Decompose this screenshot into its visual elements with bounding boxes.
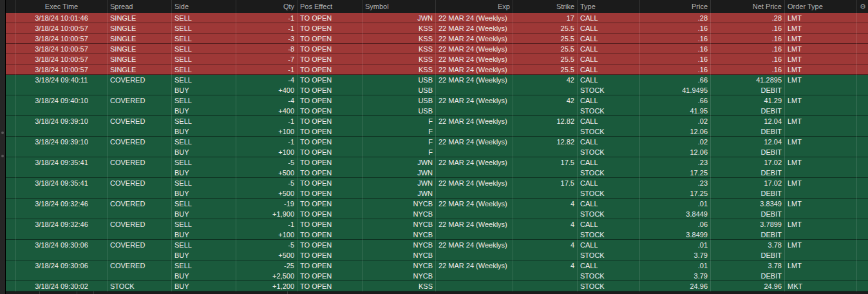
cell-strike: 4 bbox=[513, 219, 578, 230]
cell-strike: 17 bbox=[513, 13, 578, 23]
order-row[interactable]: 3/18/24 09:35:41COVEREDSELL-5TO OPENJWN2… bbox=[6, 157, 868, 168]
header-cell-strike[interactable]: Strike bbox=[513, 0, 578, 13]
bottom-scroll-strip[interactable] bbox=[6, 291, 868, 294]
cell-price: .02 bbox=[640, 116, 711, 126]
order-row[interactable]: 3/18/24 09:30:06COVEREDSELL-25TO OPENNYC… bbox=[6, 260, 868, 271]
order-row[interactable]: BUY+400TO OPENUSBSTOCK41.9495DEBIT bbox=[6, 85, 868, 95]
cell-type: STOCK bbox=[578, 209, 640, 219]
cell-exp: 22 MAR 24 (Weeklys) bbox=[436, 95, 513, 106]
cell-type: STOCK bbox=[578, 281, 640, 291]
cell-exp: 22 MAR 24 (Weeklys) bbox=[436, 116, 513, 126]
cell-type: CALL bbox=[578, 23, 640, 34]
cell-pos_effect: TO OPEN bbox=[297, 116, 363, 126]
cell-strike bbox=[513, 271, 578, 281]
order-row[interactable]: BUY+2,500TO OPENNYCBSTOCK3.79DEBIT bbox=[6, 271, 868, 281]
order-row[interactable]: 3/18/24 09:39:10COVEREDSELL-1TO OPENF22 … bbox=[6, 116, 868, 126]
cell-order_type: LMT bbox=[785, 260, 857, 271]
scroll-tick bbox=[287, 291, 288, 294]
order-row[interactable]: BUY+500TO OPENJWNSTOCK17.25DEBIT bbox=[6, 188, 868, 199]
order-row[interactable]: 3/18/24 09:32:46COVEREDSELL-1TO OPENNYCB… bbox=[6, 219, 868, 230]
header-cell-exp[interactable]: Exp bbox=[436, 0, 513, 13]
order-group: 3/18/24 10:00:57SINGLESELL-1TO OPENKSS22… bbox=[6, 23, 868, 34]
cell-spread: SINGLE bbox=[108, 44, 172, 54]
header-cell-net_price[interactable]: Net Price bbox=[711, 0, 785, 13]
cell-qty: +100 bbox=[236, 147, 297, 157]
header-cell-exec_time[interactable]: Exec Time bbox=[16, 0, 108, 13]
cell-rowmark bbox=[6, 147, 16, 157]
cell-symbol: KSS bbox=[363, 64, 436, 75]
order-row[interactable]: 3/18/24 09:39:10COVEREDSELL-1TO OPENF22 … bbox=[6, 137, 868, 147]
cell-exp bbox=[436, 188, 513, 199]
order-row[interactable]: 3/18/24 10:00:57SINGLESELL-1TO OPENKSS22… bbox=[6, 64, 868, 75]
cell-pos_effect: TO OPEN bbox=[297, 219, 363, 230]
cell-qty: +400 bbox=[236, 85, 297, 95]
header-cell-price[interactable]: Price bbox=[640, 0, 711, 13]
cell-gear bbox=[857, 250, 868, 260]
order-row[interactable]: BUY+1,900TO OPENNYCBSTOCK3.8449DEBIT bbox=[6, 209, 868, 219]
cell-gear bbox=[857, 64, 868, 75]
cell-exp bbox=[436, 209, 513, 219]
cell-net_price: 24.96 bbox=[711, 281, 785, 291]
order-row[interactable]: BUY+100TO OPENFSTOCK12.06DEBIT bbox=[6, 126, 868, 137]
header-cell-symbol[interactable]: Symbol bbox=[363, 0, 436, 13]
order-row[interactable]: 3/18/24 10:00:57SINGLESELL-1TO OPENKSS22… bbox=[6, 23, 868, 34]
order-row[interactable]: 3/18/24 10:00:57SINGLESELL-8TO OPENKSS22… bbox=[6, 44, 868, 54]
cell-exec_time bbox=[16, 85, 108, 95]
order-row[interactable]: 3/18/24 09:35:41COVEREDSELL-5TO OPENJWN2… bbox=[6, 178, 868, 188]
cell-rowmark bbox=[6, 64, 16, 75]
header-cell-side[interactable]: Side bbox=[172, 0, 236, 13]
cell-type: CALL bbox=[578, 219, 640, 230]
cell-qty: +500 bbox=[236, 250, 297, 260]
header-cell-order_type[interactable]: Order Type bbox=[785, 0, 857, 13]
cell-exec_time: 3/18/24 10:00:57 bbox=[16, 64, 108, 75]
cell-exp: 22 MAR 24 (Weeklys) bbox=[436, 137, 513, 147]
cell-exec_time: 3/18/24 09:39:10 bbox=[16, 137, 108, 147]
order-row[interactable]: 3/18/24 09:32:46COVEREDSELL-19TO OPENNYC… bbox=[6, 199, 868, 209]
order-row[interactable]: 3/18/24 10:00:57SINGLESELL-7TO OPENKSS22… bbox=[6, 54, 868, 64]
cell-symbol: USB bbox=[363, 75, 436, 85]
cell-net_price: DEBIT bbox=[711, 209, 785, 219]
cell-pos_effect: TO OPEN bbox=[297, 85, 363, 95]
cell-symbol: F bbox=[363, 147, 436, 157]
cell-pos_effect: TO OPEN bbox=[297, 64, 363, 75]
scroll-tick bbox=[39, 291, 40, 294]
order-row[interactable]: BUY+100TO OPENNYCBSTOCK3.8499DEBIT bbox=[6, 230, 868, 240]
header-cell-qty[interactable]: Qty bbox=[236, 0, 297, 13]
header-cell-pos_effect[interactable]: Pos Effect bbox=[297, 0, 363, 13]
cell-rowmark bbox=[6, 219, 16, 230]
order-row[interactable]: 3/18/24 09:40:11COVEREDSELL-4TO OPENUSB2… bbox=[6, 75, 868, 85]
cell-qty: -1 bbox=[236, 23, 297, 34]
header-cell-spread[interactable]: Spread bbox=[108, 0, 172, 13]
cell-qty: -1 bbox=[236, 116, 297, 126]
cell-exec_time: 3/18/24 10:00:57 bbox=[16, 44, 108, 54]
order-row[interactable]: 3/18/24 09:30:02STOCKBUY+1,200TO OPENKSS… bbox=[6, 281, 868, 291]
cell-strike bbox=[513, 147, 578, 157]
cell-net_price: DEBIT bbox=[711, 85, 785, 95]
cell-exec_time bbox=[16, 250, 108, 260]
cell-pos_effect: TO OPEN bbox=[297, 230, 363, 240]
order-row[interactable]: BUY+500TO OPENJWNSTOCK17.25DEBIT bbox=[6, 168, 868, 178]
cell-gear bbox=[857, 34, 868, 44]
cell-gear bbox=[857, 271, 868, 281]
order-row[interactable]: BUY+400TO OPENUSBSTOCK41.95DEBIT bbox=[6, 106, 868, 116]
cell-net_price: DEBIT bbox=[711, 126, 785, 137]
order-row[interactable]: 3/18/24 10:00:57SINGLESELL-3TO OPENKSS22… bbox=[6, 34, 868, 44]
cell-gear bbox=[857, 199, 868, 209]
order-row[interactable]: 3/18/24 09:30:06COVEREDSELL-5TO OPENNYCB… bbox=[6, 240, 868, 250]
order-row[interactable]: BUY+500TO OPENNYCBSTOCK3.79DEBIT bbox=[6, 250, 868, 260]
order-row[interactable]: 3/18/24 09:40:10COVEREDSELL-4TO OPENUSB2… bbox=[6, 95, 868, 106]
cell-rowmark bbox=[6, 168, 16, 178]
cell-spread: COVERED bbox=[108, 75, 172, 85]
header-cell-type[interactable]: Type bbox=[578, 0, 640, 13]
order-group: 3/18/24 10:00:57SINGLESELL-8TO OPENKSS22… bbox=[6, 44, 868, 54]
cell-exec_time bbox=[16, 230, 108, 240]
cell-order_type bbox=[785, 230, 857, 240]
order-row[interactable]: 3/18/24 10:01:46SINGLESELL-1TO OPENJWN22… bbox=[6, 13, 868, 23]
cell-exec_time bbox=[16, 106, 108, 116]
settings-gear-icon[interactable]: ⚙ bbox=[860, 0, 866, 13]
cell-gear bbox=[857, 126, 868, 137]
order-row[interactable]: BUY+100TO OPENFSTOCK12.06DEBIT bbox=[6, 147, 868, 157]
cell-strike bbox=[513, 250, 578, 260]
cell-exec_time: 3/18/24 10:00:57 bbox=[16, 34, 108, 44]
cell-order_type: LMT bbox=[785, 34, 857, 44]
